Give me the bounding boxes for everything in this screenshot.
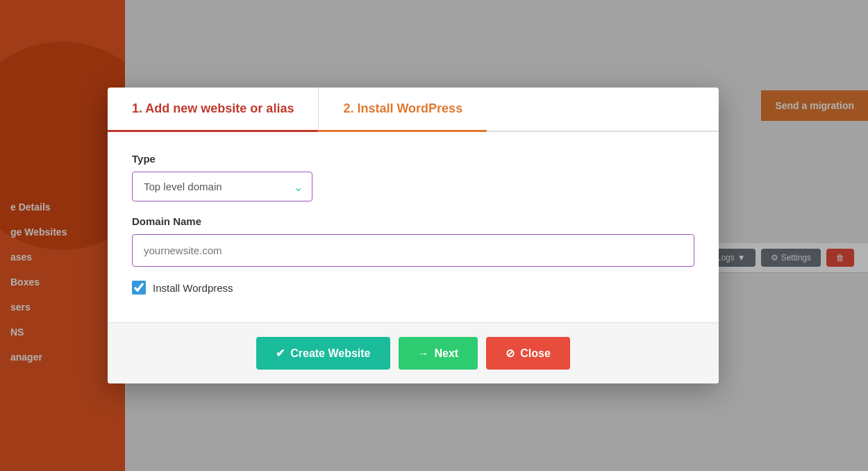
tab-install-wordpress[interactable]: 2. Install WordPress	[319, 88, 487, 132]
install-wp-row: Install Wordpress	[132, 281, 694, 295]
type-label: Type	[132, 153, 694, 165]
install-wp-label: Install Wordpress	[153, 282, 233, 294]
modal-dialog: 1. Add new website or alias 2. Install W…	[108, 88, 719, 383]
modal-overlay: 1. Add new website or alias 2. Install W…	[0, 0, 868, 471]
domain-label: Domain Name	[132, 215, 694, 227]
modal-body: Type Top level domain ⌄ Domain Name Inst…	[108, 132, 719, 322]
close-icon: ⊘	[506, 347, 515, 360]
next-button[interactable]: → Next	[399, 337, 478, 370]
create-website-button[interactable]: ✔ Create Website	[256, 337, 390, 370]
tab-add-website[interactable]: 1. Add new website or alias	[108, 88, 319, 132]
modal-footer: ✔ Create Website → Next ⊘ Close	[108, 322, 719, 383]
next-icon: →	[418, 347, 429, 360]
modal-tabs: 1. Add new website or alias 2. Install W…	[108, 88, 719, 132]
install-wp-checkbox[interactable]	[132, 281, 146, 295]
type-select[interactable]: Top level domain	[132, 172, 312, 201]
create-website-icon: ✔	[276, 347, 285, 360]
domain-name-input[interactable]	[132, 234, 694, 267]
close-button[interactable]: ⊘ Close	[486, 337, 570, 370]
type-select-wrapper: Top level domain ⌄	[132, 172, 312, 201]
